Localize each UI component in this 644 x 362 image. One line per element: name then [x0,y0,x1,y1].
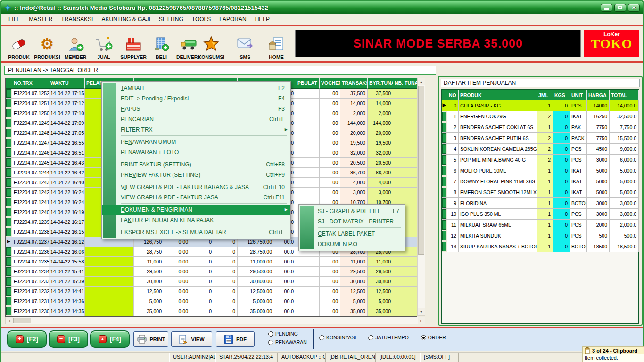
menu-item-cetak-label-paket[interactable]: CETAK LABEL PAKET [299,229,405,239]
kgs-cell: 0 [553,187,570,198]
toolbar-button-home[interactable]: HOME [263,29,290,60]
trx-row[interactable]: FJ2204.07.123014-04-22 14:3535,0000.0000… [6,306,417,316]
menu-shortcut: Ctrl+F9 [266,170,285,180]
menu-item-dokumen-p-o[interactable]: DOKUMEN P.O [299,239,405,249]
byr-cell: 19,500 [368,138,393,148]
scroll-left-icon[interactable]: ◄ [6,317,13,324]
edit-f4-button[interactable]: ▲ [F4] [90,330,130,348]
waktu-cell: 14-04-22 16:24 [49,188,85,197]
item-row[interactable]: 3BENDERA SACHET PUTIH 6S20PACK775015,500… [442,133,638,144]
toolbar-button-jual[interactable]: JUAL [90,29,117,60]
trx-row[interactable]: FJ2204.07.123514-04-22 15:5811,0000.0000… [6,257,417,267]
radio-jatuhtempo[interactable] [368,335,373,340]
menu-item-edit-pending-ekpedisi[interactable]: EDIT -> Pending / EkpedisiF4 [102,93,290,104]
scroll-down-icon[interactable]: ▼ [418,308,425,315]
menu-item-dokumen-pengiriman[interactable]: DOKUMEN & PENGIRIMAN▶ [102,205,290,215]
item-row[interactable]: 2BENDERA SACHET COKLAT 6S10PAK77507,750.… [442,122,638,133]
menu-item-print-faktur-setting[interactable]: PRINT FAKTUR (SETTING)Ctrl+F8 [102,159,290,170]
radio-pending[interactable] [268,331,273,337]
produk-cell: MILKUAT SRAW 65ML [459,220,537,230]
waktu-cell: 14-04-22 16:51 [49,148,85,158]
menu-item-view-graph-pdf-faktur-barang-jasa[interactable]: VIEW GRAPH & PDF - FAKTUR BARANG & JASAC… [102,182,290,192]
toolbar-button-member[interactable]: MEMBER [62,29,89,60]
item-row[interactable]: ▶0GULA PASIR - KG10PCS1400014,000.0 [442,100,638,111]
unit-cell: PCS [570,155,587,165]
scrollbar-thumb[interactable] [13,318,31,323]
toolbar-button-produk[interactable]: PRODUK [5,29,33,60]
toolbar-button-supplyer[interactable]: SUPPLYER [118,29,149,60]
ind-cell [442,187,447,198]
pb-cell: 00.0 [274,287,296,296]
item-row[interactable]: 11MILKUAT SRAW 65ML10PCS20002,000.0 [442,220,638,230]
byr-cell: 20,000 [368,128,393,138]
restore-button[interactable] [614,4,626,12]
toolbar-button-beli[interactable]: BELI [149,29,173,60]
title-bar[interactable]: :: Indo@Retail :: Sainstek Media Solobar… [1,1,643,14]
menubar-item-file[interactable]: FILE [4,14,25,25]
radio-label: PENAWARAN [275,339,307,345]
item-row[interactable]: 9FLORIDINA10BOTOL30003,000.0 [442,198,638,209]
menubar-item-akunting-gaji[interactable]: AKUNTING & GAJI [97,14,154,25]
radio-order[interactable] [421,335,426,340]
minimize-button[interactable] [601,4,612,12]
trx-row[interactable]: FJ2204.07.123314-04-22 15:3930,8000.0000… [6,277,417,287]
total-cell: 5,000 [134,296,164,306]
trx-row[interactable]: FJ2204.07.123114-04-22 14:365,0000.00005… [6,296,417,306]
item-row[interactable]: 10ISO PLUS 350 ML10PCS30003,000.0 [442,209,638,220]
trx-row[interactable]: FJ2204.07.123414-04-22 15:4129,5000.0000… [6,267,417,277]
toolbar-button-konsumsi[interactable]: KONSUMSI [196,29,227,60]
radio-konsinyasi[interactable] [319,335,324,340]
vocher-cell: 00 [320,188,340,197]
menu-item-penawaran-umum[interactable]: PENAWARAN UMUM [102,137,290,147]
item-row[interactable]: 8EMERON SOFT SMOOTH 12MLX610IKAT50005,00… [442,187,638,198]
toast-title: 3 of 24 - Clipboard [592,348,637,354]
menubar-item-help[interactable]: HELP [251,14,274,25]
toolbar-button-produksi[interactable]: ⚙ PRODUKSI [33,29,61,60]
print-button[interactable]: PRINT [133,331,168,347]
pdf-button[interactable]: PDF [216,331,255,347]
menubar-item-laporan[interactable]: LAPORAN [215,14,250,25]
menu-item-preview-faktur-setting[interactable]: PREVIEW FAKTUR (SETTING)Ctrl+F9 [102,170,290,180]
item-row[interactable]: 4SOKLIN KOREAN CAMELIA 265G20PCS45009,00… [442,144,638,155]
add-f2-button[interactable]: + [F2] [7,330,47,348]
menubar-item-setting[interactable]: SETTING [155,14,188,25]
radio-penawaran[interactable] [268,340,273,345]
transaksi-cell: 11,000 [340,257,368,267]
item-row[interactable]: 13SIRUP KARTIKA NANAS + BOTOL10BOTOL1850… [442,241,638,252]
scroll-up-icon[interactable]: ▲ [418,78,425,85]
menu-item-penawaran-foto[interactable]: PENAWARAN + FOTO [102,147,290,157]
toolbar-button-sms[interactable]: SMS [231,29,259,60]
delete-f3-button[interactable]: − [F3] [49,330,88,348]
close-button[interactable]: ✕ [628,4,640,12]
pbulat-cell [296,267,320,277]
menubar-item-transaksi[interactable]: TRANSAKSI [57,14,97,25]
item-row[interactable]: 1ENERGEN COK29G20IKAT1625032,500.0 [442,111,638,122]
vertical-scrollbar[interactable]: ▲ ▼ [417,78,425,316]
menu-item-ekspor-ms-excel-semua-daftar[interactable]: EKSPOR MS.EXCEL -> SEMUA DAFTARCtrl+E [102,227,290,238]
item-row[interactable]: 12MILKITA SUNDUK10PCS500500.0 [442,230,638,241]
view-button[interactable]: VIEW [171,331,212,347]
clipboard-icon [584,347,591,354]
menubar-item-tools[interactable]: TOOLS [188,14,215,25]
menubar-item-master[interactable]: MASTER [25,14,57,25]
menu-item-pencarian[interactable]: PENCARIANCtrl+F [102,114,290,124]
horizontal-scrollbar[interactable]: ◄ ► [5,317,425,324]
menu-item-sj-dot-matrix-printer[interactable]: SJ - DOT MATRIX - PRINTER [299,216,405,227]
menu-item-sj-graph-pdf-file[interactable]: SJ - GRAPH & PDF FILEF7 [299,206,405,216]
clipboard-toast[interactable]: 3 of 24 - Clipboard Item collected. [582,346,644,362]
item-row[interactable]: 5POP MIE MINI A.BWNG 40 G20PCS30006,000.… [442,155,638,165]
trx-row[interactable]: FJ2204.07.123214-04-22 14:4112,5000.0000… [6,287,417,296]
menu-item-filter-trx[interactable]: FILTER TRX▶ [102,124,290,135]
item-row[interactable]: 7DOWNY FLORAL PINK 11MLX6S10IKAT50005,00… [442,176,638,187]
menu-item-hapus[interactable]: HAPUSF3 [102,104,290,114]
pel-cell [85,296,134,306]
scroll-right-icon[interactable]: ► [418,317,425,324]
transaksi-cell: 2,000 [340,108,368,118]
item-row[interactable]: 6MOLTO PURE 10ML10IKAT50005,000.0 [442,165,638,176]
nb-cell [393,188,418,197]
scrollbar-thumb[interactable] [418,86,424,255]
ind-cell [6,306,12,316]
menu-item-view-graph-pdf-faktur-jasa[interactable]: VIEW GRAPH & PDF - FAKTUR JASACtrl+F11 [102,192,290,203]
menu-item-faktur-penjualan-kena-pajak[interactable]: FAKTUR PENJUALAN KENA PAJAK [102,215,290,225]
menu-item-tambah[interactable]: TAMBAHF2 [102,83,290,93]
